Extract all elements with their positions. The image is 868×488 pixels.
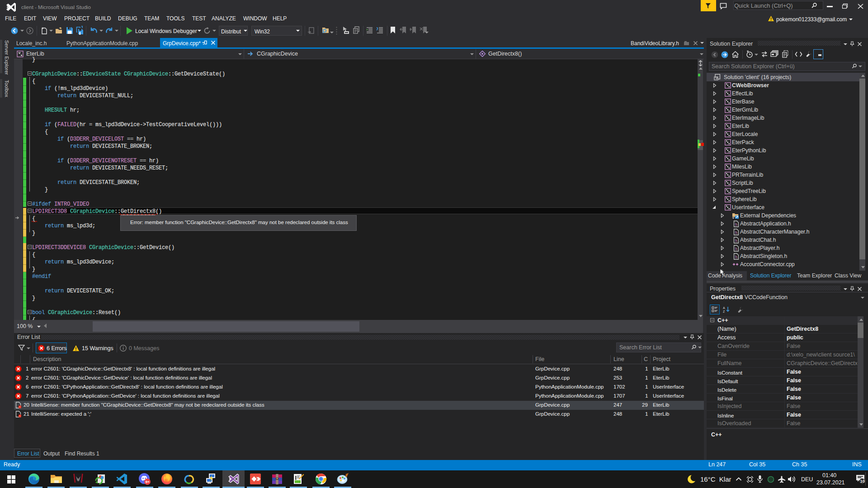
- svg-text:h: h: [735, 239, 737, 244]
- svg-text:A: A: [723, 306, 725, 310]
- svg-text:h: h: [735, 255, 737, 260]
- svg-text:9+: 9+: [146, 480, 150, 484]
- svg-text:h: h: [735, 247, 737, 252]
- svg-text:10: 10: [860, 479, 865, 483]
- svg-text:h: h: [735, 223, 737, 227]
- svg-text:Z: Z: [723, 310, 725, 313]
- svg-text:h: h: [735, 231, 737, 235]
